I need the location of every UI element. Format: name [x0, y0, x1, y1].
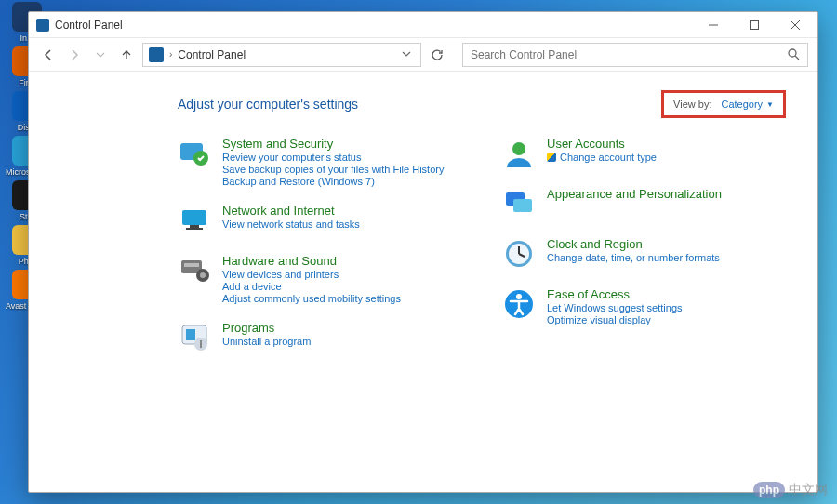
refresh-button[interactable]	[427, 45, 447, 65]
content-area: Adjust your computer's settings View by:…	[29, 72, 817, 492]
category-sublink[interactable]: Change date, time, or number formats	[547, 252, 720, 263]
svg-point-1	[789, 49, 796, 57]
category-link[interactable]: Hardware and Sound	[222, 254, 401, 268]
view-by-dropdown[interactable]: Category ▼	[721, 99, 774, 110]
category-sublink[interactable]: Optimize visual display	[547, 314, 683, 325]
control-panel-window: Control Panel	[28, 11, 818, 493]
system-security-icon	[178, 137, 211, 170]
recent-locations-button[interactable]	[90, 45, 111, 65]
category-sublink[interactable]: View network status and tasks	[222, 219, 360, 230]
svg-rect-0	[751, 20, 759, 29]
back-button[interactable]	[38, 45, 59, 65]
address-bar-icon	[149, 47, 164, 62]
category: Appearance and Personalization	[502, 187, 790, 220]
maximize-button[interactable]	[734, 12, 775, 38]
category: Ease of Access Let Windows suggest setti…	[502, 287, 790, 325]
category: User Accounts Change account type	[502, 137, 790, 170]
category-sublink[interactable]: View devices and printers	[222, 269, 401, 280]
page-title: Adjust your computer's settings	[178, 97, 358, 112]
category: Programs Uninstall a program	[178, 321, 465, 354]
chevron-right-icon: ›	[169, 49, 172, 60]
php-logo-icon: php	[753, 482, 785, 498]
svg-point-21	[516, 294, 522, 299]
address-history-button[interactable]	[398, 49, 415, 60]
svg-rect-14	[200, 340, 202, 348]
category-sublink[interactable]: Let Windows suggest settings	[547, 302, 683, 313]
window-title: Control Panel	[55, 19, 123, 32]
category-texts: Hardware and Sound View devices and prin…	[222, 254, 401, 304]
forward-button[interactable]	[64, 45, 85, 65]
svg-point-15	[512, 142, 525, 155]
svg-rect-17	[513, 199, 532, 212]
svg-rect-8	[184, 263, 199, 267]
chevron-down-icon: ▼	[766, 100, 774, 109]
category-texts: Programs Uninstall a program	[222, 321, 311, 347]
category-texts: User Accounts Change account type	[547, 137, 657, 163]
close-button[interactable]	[775, 12, 816, 38]
control-panel-icon	[36, 19, 49, 32]
category-sublink[interactable]: Uninstall a program	[222, 336, 311, 347]
category-texts: Ease of Access Let Windows suggest setti…	[547, 287, 683, 325]
categories-right: User Accounts Change account type Appear…	[502, 137, 790, 354]
category-link[interactable]: Appearance and Personalization	[547, 187, 722, 201]
category-sublink[interactable]: Adjust commonly used mobility settings	[222, 293, 401, 304]
watermark: php 中文网	[753, 482, 828, 498]
category: Clock and Region Change date, time, or n…	[502, 237, 790, 271]
address-bar[interactable]: › Control Panel	[142, 43, 421, 67]
appearance-icon	[502, 187, 536, 220]
categories-left: System and Security Review your computer…	[178, 137, 465, 354]
category-link[interactable]: User Accounts	[547, 137, 657, 151]
ease-access-icon	[502, 287, 536, 321]
view-by-label: View by:	[673, 99, 711, 110]
breadcrumb[interactable]: Control Panel	[178, 48, 246, 61]
minimize-button[interactable]	[693, 12, 734, 38]
category-link[interactable]: Clock and Region	[547, 237, 720, 251]
navigation-bar: › Control Panel	[29, 38, 817, 72]
up-button[interactable]	[116, 45, 137, 65]
titlebar: Control Panel	[29, 12, 817, 38]
desktop: In...Fir...Dis...Microsoft Ed...St...Ph.…	[0, 0, 837, 504]
category-texts: System and Security Review your computer…	[222, 137, 444, 187]
category-sublink[interactable]: Review your computer's status	[222, 152, 444, 163]
shield-icon	[547, 153, 556, 162]
view-by-value: Category	[721, 99, 763, 110]
category: Network and Internet View network status…	[178, 204, 465, 237]
category-sublink[interactable]: Add a device	[222, 281, 401, 292]
category-link[interactable]: Ease of Access	[547, 287, 683, 301]
category-sublink[interactable]: Change account type	[547, 152, 657, 163]
svg-rect-5	[190, 225, 199, 228]
view-by-highlight: View by: Category ▼	[661, 90, 786, 118]
hardware-sound-icon	[178, 254, 211, 287]
category-link[interactable]: System and Security	[222, 137, 444, 151]
category-link[interactable]: Network and Internet	[222, 204, 360, 218]
category: Hardware and Sound View devices and prin…	[178, 254, 465, 304]
category-sublink[interactable]: Backup and Restore (Windows 7)	[222, 176, 444, 187]
category-texts: Network and Internet View network status…	[222, 204, 360, 230]
svg-rect-4	[182, 210, 206, 225]
clock-region-icon	[502, 237, 536, 271]
svg-rect-6	[186, 228, 203, 230]
search-icon[interactable]	[787, 47, 800, 62]
category: System and Security Review your computer…	[178, 137, 465, 187]
programs-icon	[178, 321, 211, 354]
category-texts: Clock and Region Change date, time, or n…	[547, 237, 720, 263]
svg-rect-12	[186, 329, 195, 340]
category-sublink[interactable]: Save backup copies of your files with Fi…	[222, 164, 444, 175]
search-box[interactable]	[462, 43, 808, 67]
user-accounts-icon	[502, 137, 536, 170]
search-input[interactable]	[471, 48, 787, 61]
category-link[interactable]: Programs	[222, 321, 311, 335]
category-texts: Appearance and Personalization	[547, 187, 722, 201]
svg-point-10	[200, 272, 206, 278]
network-internet-icon	[178, 204, 211, 237]
